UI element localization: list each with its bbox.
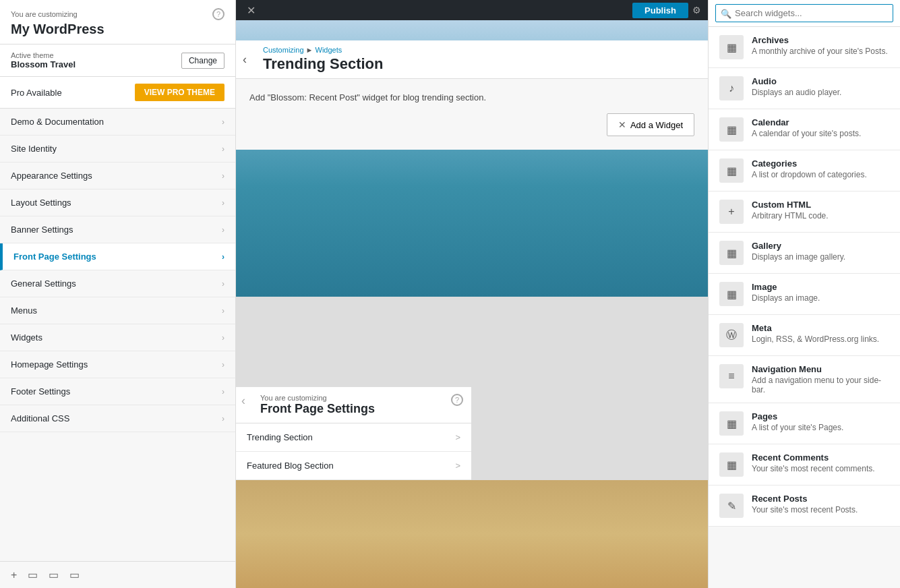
left-header: You are customizing ? My WordPress [0, 0, 235, 45]
chevron-icon: › [222, 252, 224, 262]
widget-desc-image: Displays an image. [752, 293, 820, 303]
preview-sand [236, 480, 708, 588]
footer-tablet-icon[interactable]: ▭ [49, 568, 59, 581]
active-theme-bar: Active theme Blossom Travel Change [0, 45, 235, 77]
widget-desc-meta: Login, RSS, & WordPress.org links. [752, 334, 879, 344]
widget-name-calendar: Calendar [752, 117, 861, 127]
widget-info-recent-posts: Recent Posts Your site's most recent Pos… [752, 494, 858, 514]
widget-item-pages[interactable]: ▦ Pages A list of your site's Pages. [709, 403, 900, 444]
chevron-icon: › [222, 171, 224, 181]
close-button[interactable]: ✕ [243, 2, 259, 18]
widget-info-pages: Pages A list of your site's Pages. [752, 411, 843, 432]
sidebar-item-label: Banner Settings [11, 225, 73, 235]
trending-panel-header: ‹ Customizing ► Widgets Trending Section [236, 40, 708, 79]
widget-item-image[interactable]: ▦ Image Displays an image. [709, 274, 900, 315]
trending-panel-title: Trending Section [263, 55, 697, 73]
widget-list: ▦ Archives A monthly archive of your sit… [709, 27, 900, 588]
sidebar-item-label: Widgets [11, 332, 42, 343]
chevron-icon: › [222, 117, 224, 127]
widget-item-recent-comments[interactable]: ▦ Recent Comments Your site's most recen… [709, 444, 900, 486]
sidebar-item-layout[interactable]: Layout Settings› [0, 189, 235, 216]
widget-info-image: Image Displays an image. [752, 282, 820, 303]
footer-mobile-icon[interactable]: ▭ [28, 568, 38, 581]
floating-help-icon[interactable]: ? [451, 394, 463, 406]
trending-description: Add "Blossom: Recent Post" widget for bl… [249, 92, 694, 102]
featured-blog-chevron: > [455, 461, 460, 471]
settings-gear-button[interactable]: ⚙ [692, 5, 701, 16]
widget-item-recent-posts[interactable]: ✎ Recent Posts Your site's most recent P… [709, 486, 900, 527]
sidebar-item-general[interactable]: General Settings› [0, 270, 235, 297]
widget-item-gallery[interactable]: ▦ Gallery Displays an image gallery. [709, 233, 900, 274]
footer-add-icon[interactable]: + [11, 569, 17, 581]
sidebar-item-css[interactable]: Additional CSS› [0, 405, 235, 432]
widget-item-categories[interactable]: ▦ Categories A list or dropdown of categ… [709, 150, 900, 192]
widget-desc-recent-posts: Your site's most recent Posts. [752, 505, 858, 514]
sidebar-item-banner[interactable]: Banner Settings› [0, 216, 235, 243]
floating-panel-back-button[interactable]: ‹ [241, 394, 245, 408]
theme-info: Active theme Blossom Travel [11, 51, 76, 69]
widget-name-pages: Pages [752, 411, 843, 421]
chevron-icon: › [222, 333, 224, 343]
widget-name-gallery: Gallery [752, 241, 845, 251]
help-icon[interactable]: ? [212, 8, 224, 20]
widget-item-navigation-menu[interactable]: ≡ Navigation Menu Add a navigation menu … [709, 356, 900, 403]
left-footer: + ▭ ▭ ▭ [0, 561, 235, 588]
widget-search-bar: 🔍 [709, 0, 900, 27]
sidebar-item-demo[interactable]: Demo & Documentation› [0, 109, 235, 136]
front-page-settings-panel: ‹ You are customizing Front Page Setting… [236, 387, 472, 480]
widget-info-categories: Categories A list or dropdown of categor… [752, 158, 867, 179]
sidebar-item-footer[interactable]: Footer Settings› [0, 378, 235, 405]
chevron-icon: › [222, 414, 224, 423]
widget-name-navigation-menu: Navigation Menu [752, 364, 889, 374]
widget-icon-recent-posts: ✎ [719, 494, 744, 518]
footer-desktop-icon[interactable]: ▭ [69, 568, 80, 581]
widget-desc-pages: A list of your site's Pages. [752, 423, 843, 432]
search-input[interactable] [715, 4, 893, 22]
widget-desc-recent-comments: Your site's most recent comments. [752, 464, 875, 473]
trending-section-menu-item[interactable]: Trending Section > [236, 423, 471, 452]
sidebar-item-menus[interactable]: Menus› [0, 297, 235, 324]
widgets-panel: 🔍 ▦ Archives A monthly archive of your s… [708, 0, 900, 588]
sidebar-item-site-identity[interactable]: Site Identity› [0, 136, 235, 163]
widget-desc-gallery: Displays an image gallery. [752, 252, 845, 262]
widget-item-meta[interactable]: Ⓦ Meta Login, RSS, & WordPress.org links… [709, 315, 900, 356]
widget-icon-pages: ▦ [719, 411, 744, 436]
widget-desc-audio: Displays an audio player. [752, 88, 841, 97]
sidebar-item-front-page[interactable]: Front Page Settings› [0, 243, 235, 270]
add-widget-icon: ✕ [618, 119, 626, 130]
sidebar-item-label: Appearance Settings [11, 171, 92, 181]
featured-blog-menu-item[interactable]: Featured Blog Section > [236, 452, 471, 480]
sidebar-item-label: Front Page Settings [13, 252, 96, 262]
widget-icon-image: ▦ [719, 282, 744, 306]
publish-button[interactable]: Publish [632, 3, 688, 18]
trending-body: Add "Blossom: Recent Post" widget for bl… [236, 79, 708, 150]
widget-item-archives[interactable]: ▦ Archives A monthly archive of your sit… [709, 27, 900, 68]
widget-name-custom-html: Custom HTML [752, 200, 829, 210]
widget-item-calendar[interactable]: ▦ Calendar A calendar of your site's pos… [709, 109, 900, 150]
sidebar-item-widgets[interactable]: Widgets› [0, 324, 235, 351]
breadcrumb-widgets[interactable]: Widgets [316, 46, 342, 54]
widget-item-custom-html[interactable]: + Custom HTML Arbitrary HTML code. [709, 192, 900, 233]
widget-icon-navigation-menu: ≡ [719, 364, 744, 388]
trending-back-button[interactable]: ‹ [243, 53, 247, 67]
sidebar-item-label: Site Identity [11, 144, 57, 154]
widget-icon-recent-comments: ▦ [719, 452, 744, 477]
view-pro-button[interactable]: VIEW PRO THEME [135, 84, 224, 101]
search-icon: 🔍 [721, 8, 731, 18]
widget-item-audio[interactable]: ♪ Audio Displays an audio player. [709, 68, 900, 109]
customizer-menu-list: Demo & Documentation›Site Identity›Appea… [0, 109, 235, 561]
add-widget-button[interactable]: ✕ Add a Widget [607, 113, 694, 136]
sidebar-item-appearance[interactable]: Appearance Settings› [0, 163, 235, 189]
customizing-text: You are customizing [11, 10, 78, 18]
widget-name-meta: Meta [752, 323, 879, 333]
theme-name: Blossom Travel [11, 59, 76, 69]
breadcrumb-customizing[interactable]: Customizing [263, 46, 304, 54]
active-theme-label: Active theme [11, 51, 76, 59]
chevron-icon: › [222, 360, 224, 370]
pro-bar: Pro Available VIEW PRO THEME [0, 77, 235, 109]
sidebar-item-homepage[interactable]: Homepage Settings› [0, 351, 235, 378]
widget-desc-calendar: A calendar of your site's posts. [752, 129, 861, 138]
customizing-label: You are customizing ? [11, 8, 224, 20]
chevron-icon: › [222, 279, 224, 289]
change-theme-button[interactable]: Change [181, 53, 224, 69]
